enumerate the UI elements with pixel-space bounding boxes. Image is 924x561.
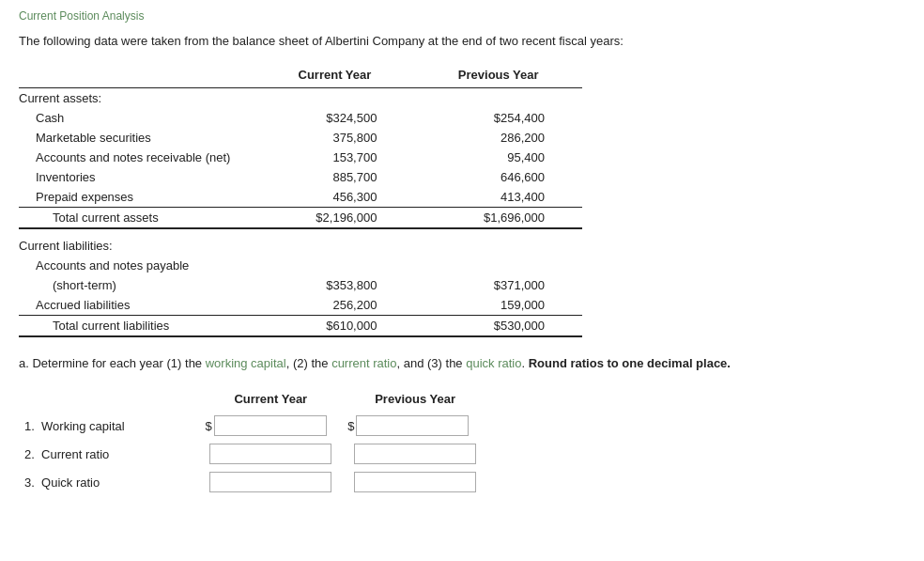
previous-value: $371,000 [414, 275, 582, 295]
current-ratio-label: 2. Current ratio [19, 440, 199, 468]
working-capital-current-input[interactable] [214, 415, 327, 436]
quick-ratio-current-input[interactable] [209, 472, 331, 492]
quick-ratio-previous-input[interactable] [354, 472, 476, 492]
table-row: Current assets: [19, 87, 582, 108]
total-label: Total current liabilities [19, 315, 254, 336]
current-ratio-previous-input[interactable] [354, 444, 476, 464]
row-label: Prepaid expenses [19, 187, 254, 208]
current-ratio-current-cell [199, 440, 342, 468]
total-current: $610,000 [254, 315, 414, 336]
working-capital-previous-input[interactable] [356, 415, 469, 436]
current-value: 375,800 [254, 128, 414, 148]
answer-previous-header: Previous Year [342, 388, 488, 412]
previous-value: 159,000 [414, 295, 582, 316]
current-value [254, 256, 414, 275]
empty-header [19, 64, 254, 88]
quick-ratio-previous-cell [342, 468, 488, 496]
answer-table: Current Year Previous Year 1. Working ca… [19, 388, 488, 496]
table-row: Marketable securities 375,800 286,200 [19, 128, 582, 148]
total-current: $2,196,000 [254, 207, 414, 228]
balance-sheet-table: Current Year Previous Year Current asset… [19, 64, 582, 337]
empty-col [19, 388, 199, 412]
previous-value [414, 256, 582, 275]
current-value: $324,500 [254, 108, 414, 128]
table-row: Accounts and notes payable [19, 256, 582, 275]
quick-ratio-link[interactable]: quick ratio [466, 356, 521, 370]
previous-value: 286,200 [414, 128, 582, 148]
table-row: Accounts and notes receivable (net) 153,… [19, 148, 582, 167]
table-row: 2. Current ratio [19, 440, 488, 468]
table-row: Cash $324,500 $254,400 [19, 108, 582, 128]
previous-value: $254,400 [414, 108, 582, 128]
page-title: Current Position Analysis [19, 9, 905, 23]
total-current-assets-row: Total current assets $2,196,000 $1,696,0… [19, 207, 582, 228]
row-label: Inventories [19, 167, 254, 187]
current-value: $353,800 [254, 275, 414, 295]
empty-cell [414, 87, 582, 108]
table-row: Accrued liabilities 256,200 159,000 [19, 295, 582, 316]
total-previous: $1,696,000 [414, 207, 582, 228]
working-capital-previous-cell: $ [342, 412, 488, 440]
current-value: 256,200 [254, 295, 414, 316]
row-label: (short-term) [19, 275, 254, 295]
previous-value: 413,400 [414, 187, 582, 208]
empty-cell [254, 87, 414, 108]
working-capital-link[interactable]: working capital [206, 356, 286, 370]
table-row: Inventories 885,700 646,600 [19, 167, 582, 187]
total-previous: $530,000 [414, 315, 582, 336]
quick-ratio-current-cell [199, 468, 342, 496]
current-value: 456,300 [254, 187, 414, 208]
working-capital-current-cell: $ [199, 412, 342, 440]
working-capital-label: 1. Working capital [19, 412, 199, 440]
answer-section: Current Year Previous Year 1. Working ca… [19, 388, 905, 496]
row-label: Accounts and notes payable [19, 256, 254, 275]
answer-current-header: Current Year [199, 388, 342, 412]
instruction-text: a. Determine for each year (1) the worki… [19, 354, 905, 374]
table-row: Current liabilities: [19, 228, 582, 256]
dollar-sign: $ [205, 419, 211, 433]
row-label: Accrued liabilities [19, 295, 254, 316]
row-label: Marketable securities [19, 128, 254, 148]
section-label: Current liabilities: [19, 228, 254, 256]
current-value: 153,700 [254, 148, 414, 167]
intro-text: The following data were taken from the b… [19, 32, 905, 51]
previous-year-header: Previous Year [414, 64, 582, 88]
previous-value: 95,400 [414, 148, 582, 167]
row-label: Accounts and notes receivable (net) [19, 148, 254, 167]
current-ratio-current-input[interactable] [209, 444, 331, 464]
row-label: Cash [19, 108, 254, 128]
current-ratio-previous-cell [342, 440, 488, 468]
previous-value: 646,600 [414, 167, 582, 187]
table-row: 3. Quick ratio [19, 468, 488, 496]
table-row: 1. Working capital $ $ [19, 412, 488, 440]
current-year-header: Current Year [254, 64, 414, 88]
table-row: Prepaid expenses 456,300 413,400 [19, 187, 582, 208]
dollar-sign: $ [347, 419, 354, 433]
total-current-liabilities-row: Total current liabilities $610,000 $530,… [19, 315, 582, 336]
section-label: Current assets: [19, 87, 254, 108]
table-row: (short-term) $353,800 $371,000 [19, 275, 582, 295]
empty-cell [254, 228, 414, 256]
total-label: Total current assets [19, 207, 254, 228]
current-value: 885,700 [254, 167, 414, 187]
quick-ratio-label: 3. Quick ratio [19, 468, 199, 496]
current-ratio-link[interactable]: current ratio [331, 356, 396, 370]
empty-cell [414, 228, 582, 256]
